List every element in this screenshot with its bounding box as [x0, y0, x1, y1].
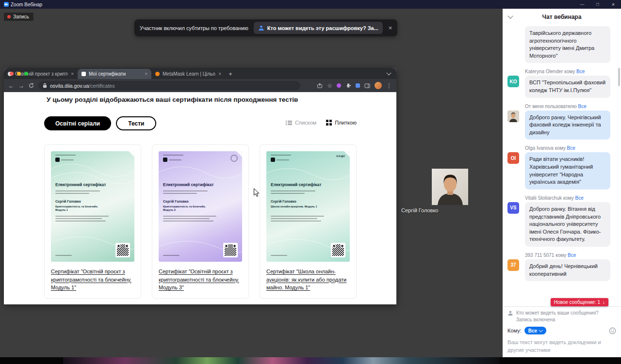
tab-search-chevron-icon[interactable] — [387, 71, 392, 76]
chat-input[interactable]: Ваш текст могут видеть докладчики и друг… — [507, 339, 609, 354]
window-traffic-lights — [10, 72, 28, 76]
chat-message: Olga Ivanova кому Все OI Ради вітати уча… — [507, 145, 615, 189]
toast-close-icon[interactable]: × — [389, 24, 392, 32]
participant-name-label: Сергій Головко — [401, 207, 439, 213]
filter-tests[interactable]: Тести — [116, 116, 156, 130]
bottom-desktop-strip — [0, 357, 621, 364]
page-heading: У цьому розділі відображаються ваші серт… — [47, 96, 298, 103]
recording-dot-icon — [7, 15, 11, 18]
new-tab-button[interactable]: + — [225, 69, 236, 79]
shared-screen-browser: Освітній проект з криптогра... × Мої сер… — [4, 68, 396, 304]
message-meta: Vitalii Stoliarchuk кому Все — [525, 195, 615, 201]
privacy-note: Кто может видеть ваши сообщения? Запись … — [516, 310, 616, 323]
reload-icon[interactable] — [29, 83, 34, 88]
window-title: Zoom Вебінар — [11, 2, 42, 7]
certificate-title: Електронний сертифікат — [271, 182, 321, 187]
bookmark-star-icon[interactable]: ☆ — [327, 83, 332, 89]
tab1-close-icon[interactable]: × — [71, 71, 74, 77]
tab2-close-icon[interactable]: × — [145, 71, 147, 77]
browser-navbar: ← → osvita.diia.gov.ua/certificates ☆ — [4, 79, 396, 92]
view-grid-toggle[interactable]: Плиткою — [326, 120, 357, 126]
certificate-date — [271, 255, 287, 256]
avatar: VS — [507, 202, 519, 214]
close-button[interactable]: × — [605, 0, 621, 9]
qr-code — [223, 243, 238, 257]
chat-message-list[interactable]: Таврійського державного агротехнологічно… — [503, 23, 621, 306]
message-bubble: Таврійського державного агротехнологічно… — [525, 26, 610, 63]
message-bubble: ВСП "Тернопільський фаховий коледж ТНТУ … — [525, 76, 610, 97]
minimize-button[interactable]: — — [574, 0, 590, 9]
message-bubble: Доброго ранку. Вітання від представників… — [525, 202, 610, 247]
chat-message: Vitalii Stoliarchuk кому Все VS Доброго … — [507, 195, 615, 247]
side-panel-icon[interactable] — [364, 83, 370, 89]
certificate-card-2[interactable]: Електронний сертифікат Сергій Головко Кр… — [152, 144, 249, 299]
list-view-icon — [286, 120, 292, 126]
mac-zoom-icon — [24, 72, 28, 76]
cast-icon[interactable] — [317, 83, 323, 89]
url-text: osvita.diia.gov.ua/certificates — [50, 83, 114, 89]
browser-avatar[interactable] — [375, 82, 382, 89]
browser-menu-icon[interactable]: ⋮ — [386, 83, 392, 89]
certificate-card-1[interactable]: Електронний сертифікат Сергій Головко Кр… — [44, 144, 141, 299]
forward-icon[interactable]: → — [18, 83, 24, 89]
certificate-image-1: Електронний сертифікат Сергій Головко Кр… — [51, 151, 134, 262]
certificates-page: У цьому розділі відображаються ваші серт… — [4, 92, 396, 304]
certificate-caption-link[interactable]: Сертифікат "Освітній проєкт з криптограм… — [51, 268, 134, 292]
lock-icon — [43, 83, 47, 88]
extension-blue-icon[interactable] — [356, 83, 360, 88]
view-list-toggle[interactable]: Списком — [286, 120, 316, 126]
certificate-title: Електронний сертифікат — [55, 182, 106, 187]
filter-educational-series[interactable]: Освітні серіали — [44, 116, 111, 130]
transcript-visibility-link[interactable]: Кто может видеть эту расшифровку? За... — [254, 22, 383, 34]
certificate-caption-link[interactable]: Сертифікат "Школа онлайн-аукціонів: як к… — [266, 268, 350, 292]
certificate-image-3: НАДС Електронний сертифікат Сергій Голов… — [266, 151, 350, 262]
message-meta: 393 711 5071 кому Все — [525, 253, 615, 258]
recording-label: Запись — [13, 14, 29, 19]
certificate-course: Криптограмотність та блокчейн. Модуль 1 — [55, 205, 106, 212]
webinar-chat-panel: Чат вебинара Таврійського державного агр… — [503, 9, 621, 357]
chat-scrollbar[interactable] — [618, 68, 620, 86]
browser-tab-3[interactable]: MetaMask Learn | Цільова сто... × — [151, 69, 225, 79]
certificate-holder-name: Сергій Головко — [271, 200, 296, 203]
back-icon[interactable]: ← — [8, 83, 14, 89]
mac-minimize-icon — [17, 72, 21, 76]
mac-close-icon — [10, 72, 14, 76]
certificate-emblem-icon — [230, 155, 238, 162]
browser-tab-2-active[interactable]: Мої сертифікати × — [78, 69, 151, 79]
nads-logo: НАДС — [336, 155, 345, 158]
profile-badge-icon[interactable] — [337, 83, 341, 88]
maximize-button[interactable]: □ — [590, 0, 605, 9]
chat-message: Таврійського державного агротехнологічно… — [507, 26, 615, 63]
certificate-caption-link[interactable]: Сертифікат "Освітній проєкт з криптограм… — [159, 268, 242, 292]
new-message-badge[interactable]: Новое сообщение: 1 ↓ — [551, 298, 608, 306]
avatar: 37 — [507, 259, 519, 271]
chat-footer: Кто может видеть ваши сообщения? Запись … — [503, 306, 621, 357]
tab2-title: Мої сертифікати — [89, 71, 142, 77]
message-bubble: Добрий день! Чернівецький кооперативний — [525, 259, 610, 281]
grid-view-label: Плиткою — [335, 120, 357, 126]
tab2-favicon — [82, 72, 86, 76]
diia-logo — [163, 158, 167, 162]
recipient-select[interactable]: Все — [524, 327, 546, 334]
emoji-icon[interactable] — [609, 327, 616, 334]
message-bubble: Ради вітати учасників! Харківський гуман… — [525, 152, 610, 189]
tab3-close-icon[interactable]: × — [218, 71, 221, 77]
certificate-title: Електронний сертифікат — [163, 182, 213, 187]
avatar: OI — [507, 152, 519, 164]
toast-question: Кто может видеть эту расшифровку? За... — [267, 25, 378, 31]
chat-message: Kateryna Olender кому Все KO ВСП "Терноп… — [507, 69, 615, 97]
certificate-card-3[interactable]: НАДС Електронний сертифікат Сергій Голов… — [260, 144, 357, 299]
zoom-titlebar: Zoom Вебінар — □ × — [0, 0, 621, 9]
address-bar[interactable]: osvita.diia.gov.ua/certificates — [38, 81, 300, 90]
certificate-holder-name: Сергій Головко — [163, 200, 189, 203]
captions-person-icon — [258, 25, 264, 31]
tab3-title: MetaMask Learn | Цільова сто... — [163, 71, 215, 77]
extensions-puzzle-icon[interactable] — [345, 83, 351, 89]
certificate-holder-name: Сергій Головко — [55, 200, 81, 203]
browser-tabstrip: Освітній проект з криптогра... × Мої сер… — [4, 68, 396, 79]
chat-message: 393 711 5071 кому Все 37 Добрий день! Че… — [507, 253, 615, 281]
recipient-chevron-icon — [539, 328, 543, 332]
recording-indicator: Запись — [4, 13, 33, 21]
certificate-date — [55, 255, 72, 256]
participant-video-tile — [432, 169, 468, 205]
